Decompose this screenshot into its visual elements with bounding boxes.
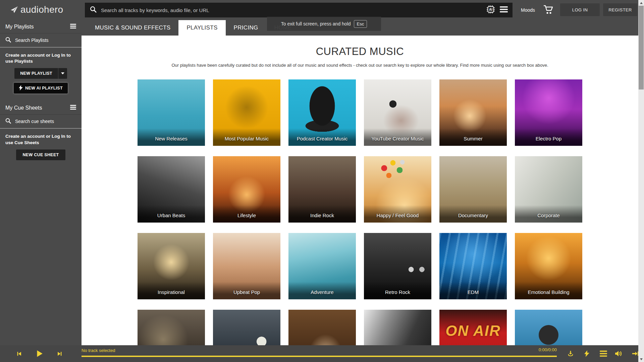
tile-label: Happy / Feel Good <box>364 213 431 218</box>
player-bar: No track selected 0:00/0:00 <box>0 345 638 362</box>
playlist-tile-blue-stage-light-beams-concert[interactable]: EDM <box>439 233 507 299</box>
playlist-tile-man-jumping-on-teal-background[interactable]: New Releases <box>138 79 205 146</box>
playlist-tile-person-with-open-arms-at-sunrise[interactable]: Inspirational <box>138 233 205 299</box>
playlists-login-note: Create an account or Log In to use Playl… <box>0 48 82 68</box>
new-cue-sheet-button[interactable]: NEW CUE SHEET <box>16 149 65 160</box>
seek-bar[interactable] <box>82 356 557 357</box>
playlist-tile-black-and-white-stage-light-beam[interactable] <box>364 310 431 345</box>
tile-label: Adventure <box>288 289 356 295</box>
playlist-tile-girl-with-colorful-balloons-in-sunny-field[interactable]: Happy / Feel Good <box>364 156 431 223</box>
svg-text:AI: AI <box>489 8 492 11</box>
playlist-tile-person-with-afro-and-sunglasses[interactable] <box>515 310 582 345</box>
new-playlist-button[interactable]: NEW PLAYLIST <box>14 68 67 79</box>
tile-label: Summer <box>439 136 507 141</box>
playlist-tile-hiker-facing-snowy-mountains[interactable]: Adventure <box>288 233 356 299</box>
new-ai-playlist-label: NEW AI PLAYLIST <box>25 86 63 90</box>
playlist-tile-shaka-hand-silhouette-at-sunset[interactable]: Lifestyle <box>213 156 280 223</box>
playlist-tile-black-and-white-skater-under-bridge[interactable]: Urban Beats <box>138 156 205 223</box>
tile-label: Emotional Building <box>515 289 582 295</box>
track-status: No track selected <box>82 348 115 353</box>
page-title: CURATED MUSIC <box>82 46 638 58</box>
queue-icon[interactable] <box>600 345 607 362</box>
playlist-tile-friends-laughing-with-sunglasses[interactable]: Upbeat Pop <box>213 233 280 299</box>
register-button[interactable]: REGISTER <box>603 3 637 16</box>
playlist-tile-man-with-fedora-hat-jazz[interactable] <box>138 310 205 345</box>
tab-playlists[interactable]: PLAYLISTS <box>178 20 225 36</box>
search-menu-icon[interactable] <box>500 6 508 14</box>
tile-label: Upbeat Pop <box>213 289 280 295</box>
tile-label: Documentary <box>439 213 507 218</box>
playlist-tile-hands-typing-on-laptop-keyboard[interactable]: Corporate <box>515 156 582 223</box>
new-playlist-dropdown[interactable] <box>58 68 67 79</box>
bolt-icon <box>19 85 23 92</box>
playlist-tile-woman-holding-camera-on-tripod[interactable]: YouTube Creator Music <box>364 79 431 146</box>
bolt-icon[interactable] <box>584 345 589 362</box>
search-icon <box>5 37 11 44</box>
search-icon <box>90 6 97 14</box>
playlist-grid: New ReleasesMost Popular MusicPodcast Cr… <box>138 79 582 345</box>
my-cue-sheets-header: My Cue Sheets <box>0 101 82 115</box>
page-description: Our playlists have been carefully curate… <box>82 63 638 68</box>
tab-music-sound-effects[interactable]: MUSIC & SOUND EFFECTS <box>87 20 178 36</box>
playlist-tile-singer-with-microphone-orange-background[interactable]: Most Popular Music <box>213 79 280 146</box>
scroll-down-arrow[interactable] <box>638 356 644 362</box>
my-playlists-title: My Playlists <box>5 24 34 30</box>
my-cue-sheets-title: My Cue Sheets <box>5 105 42 111</box>
cue-sheets-search-row <box>0 115 82 129</box>
tile-label: Most Popular Music <box>213 136 280 141</box>
login-button[interactable]: LOG IN <box>560 3 600 16</box>
search-cue-sheets-input[interactable] <box>15 119 76 124</box>
playlist-tile-hands-playing-djembe-drum[interactable] <box>288 310 356 345</box>
playlist-tile-vintage-car-radio-dashboard[interactable]: Retro Rock <box>364 233 431 299</box>
fullscreen-toast: To exit full screen, press and hold Esc <box>267 17 381 31</box>
volume-icon[interactable] <box>614 345 623 362</box>
playlist-tile-people-jumping-at-beach-bonfire-sunset[interactable]: Summer <box>439 79 507 146</box>
new-ai-playlist-button[interactable]: NEW AI PLAYLIST <box>14 83 68 94</box>
my-playlists-header: My Playlists <box>0 20 82 34</box>
tile-label: Corporate <box>515 213 582 218</box>
new-playlist-label: NEW PLAYLIST <box>14 68 58 79</box>
playlist-tile-silhouette-raised-arms-orange-sunset[interactable]: Emotional Building <box>515 233 582 299</box>
playlist-tile-van-on-dusty-desert-road[interactable]: Documentary <box>439 156 507 223</box>
tile-label: YouTube Creator Music <box>364 136 431 141</box>
playlist-tile-studio-microphone-on-cyan-background[interactable]: Podcast Creator Music <box>288 79 356 146</box>
previous-track-button[interactable] <box>16 345 22 362</box>
tile-label: New Releases <box>138 136 205 141</box>
on-air-sign-text: ON AIR <box>439 322 507 339</box>
tile-label: Retro Rock <box>364 289 431 295</box>
cue-sheets-menu-icon[interactable] <box>70 105 76 111</box>
playlists-search-row <box>0 34 82 48</box>
scroll-up-arrow[interactable] <box>638 0 644 6</box>
main-content: CURATED MUSIC Our playlists have been ca… <box>82 36 638 345</box>
skip-to-end-icon[interactable] <box>631 345 639 362</box>
search-playlists-input[interactable] <box>15 38 76 43</box>
audiohero-logo[interactable]: audiohero <box>10 4 63 15</box>
tile-label: Indie Rock <box>288 213 356 218</box>
ai-search-icon[interactable]: AI <box>486 5 495 15</box>
cart-icon[interactable] <box>543 5 554 16</box>
sidebar: My Playlists Create an account or Log In… <box>0 20 82 345</box>
playlist-tile-band-performing-with-female-singer[interactable]: Indie Rock <box>288 156 356 223</box>
playlist-tile-concert-crowd-purple-magenta-lights[interactable]: Electro Pop <box>515 79 582 146</box>
time-display: 0:00/0:00 <box>525 347 557 352</box>
tile-label: Inspirational <box>138 289 205 295</box>
tile-label: Urban Beats <box>138 213 205 218</box>
moods-link[interactable]: Moods <box>521 0 535 20</box>
play-button[interactable] <box>35 345 44 362</box>
tile-label: Lifestyle <box>213 213 280 218</box>
search-bar: AI <box>85 3 513 17</box>
tile-label: Podcast Creator Music <box>288 136 356 141</box>
search-icon <box>5 118 11 125</box>
tab-pricing[interactable]: PRICING <box>226 20 266 36</box>
page-scrollbar[interactable] <box>638 0 644 362</box>
playlist-tile-red-on-air-sign[interactable]: ON AIR <box>439 310 507 345</box>
tile-label: Electro Pop <box>515 136 582 141</box>
next-track-button[interactable] <box>57 345 63 362</box>
scrollbar-thumb[interactable] <box>639 6 644 89</box>
download-icon[interactable] <box>567 345 574 362</box>
logo-text: audiohero <box>20 4 63 15</box>
playlist-tile-spooky-tower-with-full-moon[interactable] <box>213 310 280 345</box>
esc-keycap: Esc <box>354 20 367 28</box>
playlists-menu-icon[interactable] <box>70 24 76 30</box>
search-input[interactable] <box>97 7 486 13</box>
